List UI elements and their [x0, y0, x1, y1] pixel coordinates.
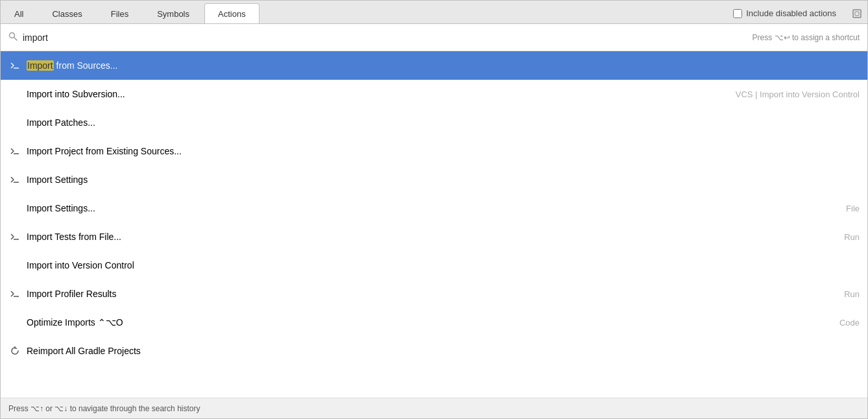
list-item[interactable]: Import from Sources... — [1, 51, 867, 80]
svg-line-3 — [14, 38, 18, 41]
svg-rect-0 — [853, 10, 861, 18]
tab-all[interactable]: All — [1, 3, 37, 23]
action-icon — [8, 230, 21, 243]
list-item[interactable]: Import Profiler Results Run — [1, 280, 867, 308]
list-item[interactable]: Reimport All Gradle Projects — [1, 337, 867, 365]
window-resize-button[interactable] — [847, 3, 867, 23]
item-text: Import into Subversion... — [27, 89, 728, 99]
tab-files[interactable]: Files — [97, 3, 142, 23]
action-icon — [8, 145, 21, 158]
include-disabled-checkbox[interactable] — [733, 9, 742, 18]
item-text: Import from Sources... — [27, 60, 860, 71]
item-text: Import into Version Control — [27, 260, 852, 270]
tab-symbols[interactable]: Symbols — [143, 3, 203, 23]
item-text: Import Project from Existing Sources... — [27, 146, 852, 156]
no-icon-spacer — [8, 116, 21, 129]
results-list: Import from Sources... Import into Subve… — [1, 51, 867, 398]
item-category: Run — [844, 289, 860, 299]
resize-icon — [852, 8, 862, 19]
highlight-span: Import — [27, 60, 54, 71]
no-icon-spacer — [8, 259, 21, 272]
search-input[interactable] — [23, 32, 753, 43]
list-item[interactable]: Import Project from Existing Sources... — [1, 137, 867, 165]
list-item[interactable]: Import Patches... — [1, 108, 867, 137]
list-item[interactable]: Import into Subversion... VCS | Import i… — [1, 80, 867, 108]
shortcut-hint: Press ⌥↩ to assign a shortcut — [753, 33, 860, 42]
item-text: Import Tests from File... — [27, 232, 836, 242]
main-container: All Classes Files Symbols Actions Includ… — [0, 0, 868, 419]
action-icon — [8, 287, 21, 300]
tab-spacer — [261, 3, 723, 23]
item-text: Import Patches... — [27, 117, 852, 128]
search-bar: Press ⌥↩ to assign a shortcut — [1, 24, 867, 51]
no-icon-spacer — [8, 202, 21, 215]
include-disabled-text: Include disabled actions — [746, 8, 836, 18]
list-item[interactable]: Import Tests from File... Run — [1, 222, 867, 251]
svg-rect-1 — [855, 12, 859, 16]
item-text: Reimport All Gradle Projects — [27, 346, 852, 356]
status-bar: Press ⌥↑ or ⌥↓ to navigate through the s… — [1, 398, 867, 418]
item-text: Import Settings... — [27, 203, 838, 213]
item-category: File — [846, 204, 860, 213]
status-text: Press ⌥↑ or ⌥↓ to navigate through the s… — [8, 404, 200, 413]
item-category: Run — [844, 232, 860, 242]
action-icon — [8, 59, 21, 72]
action-icon — [8, 173, 21, 186]
tab-classes[interactable]: Classes — [38, 3, 95, 23]
list-item[interactable]: Import Settings — [1, 165, 867, 194]
search-icon — [8, 32, 18, 43]
tab-bar: All Classes Files Symbols Actions Includ… — [1, 1, 867, 24]
item-text: Optimize Imports ⌃⌥O — [27, 317, 832, 328]
item-category: Code — [839, 318, 860, 328]
no-icon-spacer — [8, 88, 21, 101]
list-item[interactable]: Optimize Imports ⌃⌥O Code — [1, 308, 867, 337]
item-text: Import Profiler Results — [27, 289, 836, 299]
list-item[interactable]: Import into Version Control — [1, 251, 867, 280]
tab-actions[interactable]: Actions — [204, 3, 259, 23]
item-category: VCS | Import into Version Control — [736, 90, 860, 99]
list-item[interactable]: Import Settings... File — [1, 194, 867, 222]
item-text: Import Settings — [27, 174, 852, 185]
no-icon-spacer — [8, 316, 21, 329]
include-disabled-label[interactable]: Include disabled actions — [723, 3, 847, 23]
refresh-icon — [8, 344, 21, 357]
